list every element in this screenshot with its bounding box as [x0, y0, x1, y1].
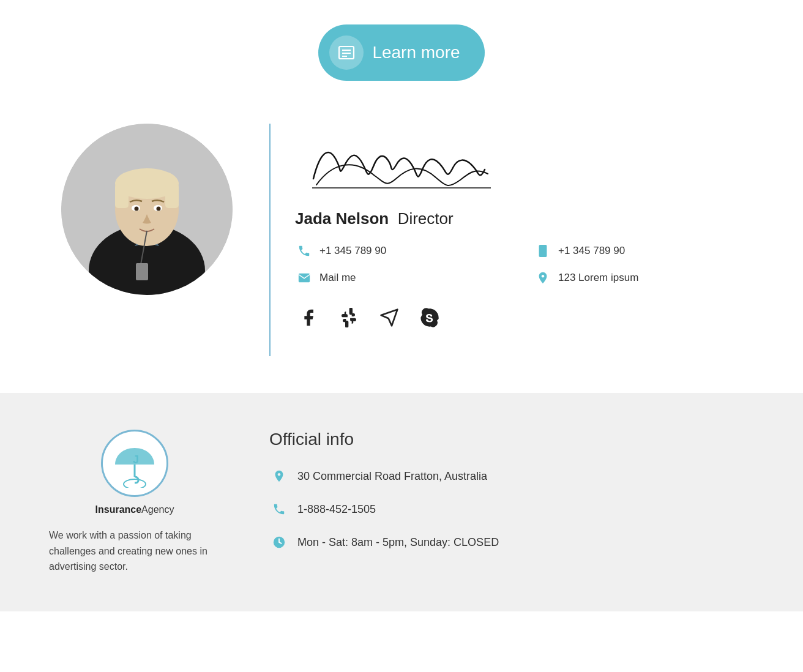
profile-info: Jada Nelson Director +1 345 789 90 — [295, 124, 754, 331]
official-info-title: Official info — [269, 430, 754, 449]
footer-section: J InsuranceAgency We work with a passion… — [0, 393, 803, 611]
svg-rect-10 — [115, 184, 129, 208]
footer-phone-icon — [269, 499, 289, 519]
facebook-icon[interactable] — [295, 304, 322, 331]
svg-rect-18 — [539, 245, 547, 257]
footer-address-text: 30 Commercial Road Fratton, Australia — [297, 470, 487, 483]
brand-name-bold: Insurance — [95, 504, 142, 515]
skype-icon[interactable] — [416, 304, 443, 331]
svg-text:J: J — [133, 454, 139, 466]
person-title: Director — [398, 209, 454, 228]
brand-description: We work with a passion of taking challen… — [49, 528, 208, 575]
telegram-icon[interactable] — [376, 304, 403, 331]
mobile-item: +1 345 789 90 — [534, 242, 754, 260]
person-name-row: Jada Nelson Director — [295, 209, 754, 228]
address-item: 123 Lorem ipsum — [534, 269, 754, 287]
learn-more-label: Learn more — [372, 43, 460, 62]
profile-photo-wrap — [49, 124, 245, 295]
brand-name: InsuranceAgency — [95, 504, 174, 515]
mobile-icon — [534, 242, 552, 260]
top-section: Learn more — [0, 0, 803, 99]
footer-brand: J InsuranceAgency We work with a passion… — [49, 430, 220, 575]
learn-more-button[interactable]: Learn more — [318, 24, 484, 81]
brand-logo-wrap: J InsuranceAgency — [49, 430, 220, 515]
learn-more-icon — [329, 35, 364, 70]
footer-address-item: 30 Commercial Road Fratton, Australia — [269, 466, 754, 486]
svg-point-15 — [157, 207, 161, 211]
footer-phone-item: 1-888-452-1505 — [269, 499, 754, 519]
location-icon — [534, 269, 552, 287]
brand-logo: J — [101, 430, 168, 497]
email-item[interactable]: Mail me — [295, 269, 515, 287]
mail-icon — [295, 269, 313, 287]
email-label: Mail me — [319, 272, 356, 284]
footer-hours-text: Mon - Sat: 8am - 5pm, Sunday: CLOSED — [297, 536, 499, 549]
footer-clock-icon — [269, 532, 289, 552]
brand-name-rest: Agency — [141, 504, 174, 515]
phone-item: +1 345 789 90 — [295, 242, 515, 260]
signature-area — [295, 130, 754, 197]
svg-rect-17 — [136, 263, 148, 280]
footer-location-icon — [269, 466, 289, 486]
profile-section: Jada Nelson Director +1 345 789 90 — [0, 99, 803, 393]
profile-photo — [61, 124, 233, 295]
address-text: 123 Lorem ipsum — [558, 272, 638, 284]
contact-grid: +1 345 789 90 +1 345 789 90 — [295, 242, 754, 287]
social-icons-row — [295, 304, 754, 331]
svg-rect-11 — [165, 184, 179, 208]
slack-icon[interactable] — [335, 304, 362, 331]
profile-divider — [269, 124, 271, 356]
phone2-text: +1 345 789 90 — [558, 245, 625, 257]
phone1-text: +1 345 789 90 — [319, 245, 386, 257]
footer-hours-item: Mon - Sat: 8am - 5pm, Sunday: CLOSED — [269, 532, 754, 552]
person-name: Jada Nelson — [295, 209, 389, 228]
phone-icon — [295, 242, 313, 260]
footer-info: Official info 30 Commercial Road Fratton… — [269, 430, 754, 566]
footer-phone-text: 1-888-452-1505 — [297, 503, 376, 516]
svg-point-14 — [135, 207, 139, 211]
